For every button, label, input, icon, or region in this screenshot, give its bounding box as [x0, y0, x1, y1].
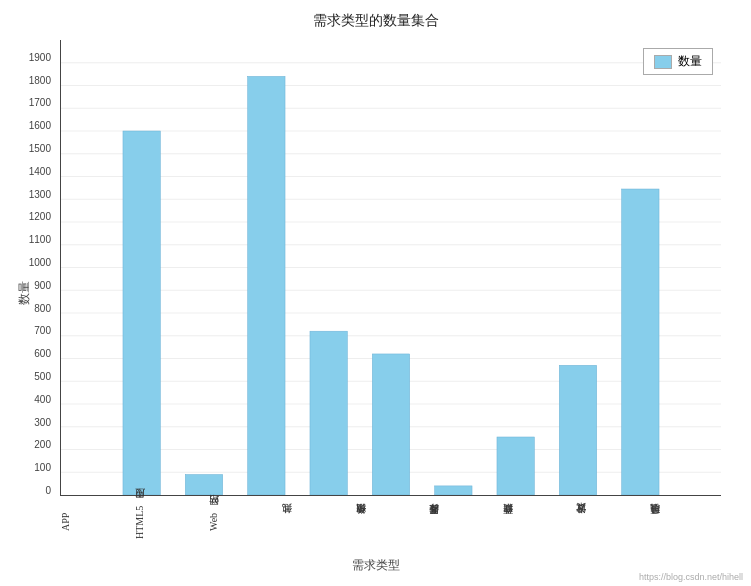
bar	[185, 475, 222, 495]
y-tick-label: 1700	[0, 86, 55, 109]
legend-color-box	[654, 55, 672, 69]
chart-title: 需求类型的数量集合	[0, 0, 751, 30]
x-tick-label: 桌面软件	[501, 498, 574, 548]
bar	[497, 437, 534, 495]
y-tick-label: 700	[0, 314, 55, 337]
bar	[310, 331, 347, 495]
x-tick-labels: APPHTML5应用Web网站其他微信相关服务器开发桌面软件设计方案驻场项目	[60, 498, 721, 548]
x-axis-label: 需求类型	[352, 557, 400, 574]
bar	[622, 189, 659, 495]
y-tick-label: 300	[0, 405, 55, 428]
bar	[435, 486, 472, 495]
legend: 数量	[643, 48, 713, 75]
y-tick-label: 1300	[0, 177, 55, 200]
x-tick-label: 服务器开发	[427, 498, 500, 548]
y-tick-label: 1500	[0, 131, 55, 154]
legend-label: 数量	[678, 53, 702, 70]
x-tick-label: 微信相关	[354, 498, 427, 548]
y-tick-label: 400	[0, 382, 55, 405]
y-tick-labels: 0100200300400500600700800900100011001200…	[0, 40, 55, 496]
x-tick-label: 驻场项目	[648, 498, 721, 548]
bar	[248, 76, 285, 495]
chart-area	[60, 40, 721, 496]
y-tick-label: 1100	[0, 222, 55, 245]
bar	[372, 354, 409, 495]
bars-svg	[61, 40, 721, 495]
y-tick-label: 800	[0, 291, 55, 314]
y-tick-label: 100	[0, 450, 55, 473]
y-tick-label: 500	[0, 359, 55, 382]
bar	[559, 365, 596, 495]
x-tick-label: Web网站	[207, 498, 280, 548]
y-tick-label: 0	[0, 473, 55, 496]
y-tick-label: 1400	[0, 154, 55, 177]
y-tick-label: 900	[0, 268, 55, 291]
y-tick-label: 1000	[0, 245, 55, 268]
y-tick-label: 1900	[0, 40, 55, 63]
chart-container: 需求类型的数量集合 数量 010020030040050060070080090…	[0, 0, 751, 586]
x-tick-label: APP	[60, 498, 133, 548]
x-tick-label: 其他	[280, 498, 353, 548]
bar	[123, 131, 160, 495]
watermark: https://blog.csdn.net/hihell	[639, 572, 743, 582]
y-tick-label: 200	[0, 428, 55, 451]
y-tick-label: 600	[0, 336, 55, 359]
y-tick-label: 1800	[0, 63, 55, 86]
y-tick-label: 1200	[0, 200, 55, 223]
y-tick-label: 1600	[0, 108, 55, 131]
x-tick-label: HTML5应用	[133, 498, 206, 548]
x-tick-label: 设计方案	[574, 498, 647, 548]
